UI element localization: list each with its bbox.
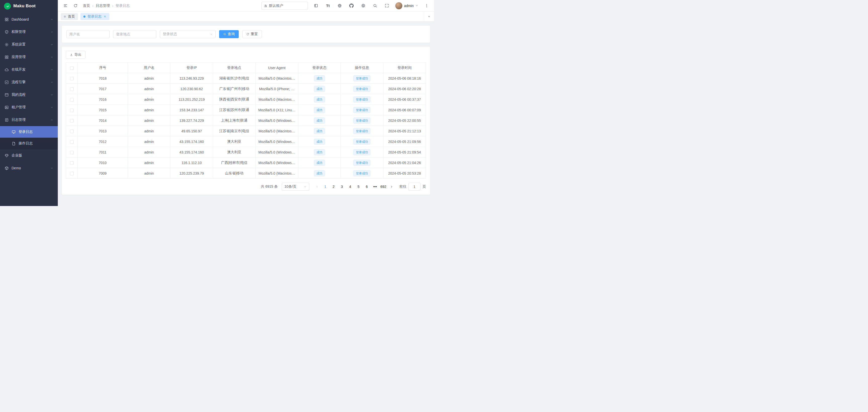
operation-info-button[interactable]: 登录成功 (353, 128, 370, 134)
sidebar-item-permissions[interactable]: 权限管理 (0, 26, 58, 38)
github-button[interactable] (348, 2, 355, 9)
export-button[interactable]: 导出 (66, 51, 86, 59)
cell-user-agent: Mozilla/5.0 (Macintos… (255, 126, 298, 136)
login-location-input[interactable] (113, 30, 156, 38)
column-header-time: 登录时间 (383, 63, 426, 73)
user-menu[interactable]: admin (395, 2, 418, 9)
operation-info-button[interactable]: 登录成功 (353, 107, 370, 113)
sidebar-item-operation-log[interactable]: 操作日志 (0, 138, 58, 149)
row-checkbox[interactable] (70, 98, 74, 101)
cell-id: 7010 (78, 158, 128, 168)
sidebar-item-dashboard[interactable]: Dashboard (0, 13, 58, 26)
sidebar-item-enterprise[interactable]: 企业版 (0, 149, 58, 162)
search-icon (223, 33, 226, 36)
more-pages-button[interactable]: ••• (371, 183, 379, 190)
sidebar-item-my-flows[interactable]: 我的流程 (0, 88, 58, 101)
operation-info-button[interactable]: 登录成功 (353, 160, 370, 166)
app-logo[interactable]: Maku Boot (0, 0, 58, 12)
tabs-actions-button[interactable] (424, 11, 434, 21)
table-row: 7017 admin 120.230.90.62 广东省|广州市|移动 Mozi… (66, 84, 426, 94)
gitee-button[interactable] (360, 2, 367, 9)
row-checkbox[interactable] (70, 161, 74, 165)
page-size-select[interactable]: 10条/页 (282, 183, 309, 191)
prev-page-button[interactable] (313, 183, 321, 190)
select-all-checkbox[interactable] (70, 66, 74, 70)
column-header-username: 用户名 (128, 63, 170, 73)
row-checkbox[interactable] (70, 151, 74, 154)
chevron-down-icon (51, 31, 53, 33)
breadcrumb-log-management[interactable]: 日志管理 (96, 3, 110, 8)
login-status-select[interactable]: 登录状态 (160, 30, 216, 38)
tab-label: 首页 (68, 14, 75, 19)
github-icon (349, 3, 353, 8)
goto-suffix: 页 (423, 184, 426, 189)
row-checkbox[interactable] (70, 108, 74, 112)
table-row: 7018 admin 113.246.93.229 湖南省|长沙市|电信 Moz… (66, 73, 426, 84)
sidebar: Maku Boot Dashboard 权限管理 系统设置 应用管理 (0, 0, 58, 206)
row-checkbox[interactable] (70, 140, 74, 144)
collapse-sidebar-button[interactable] (62, 2, 69, 9)
page-button-1[interactable]: 1 (322, 183, 329, 190)
close-tab-button[interactable] (103, 15, 106, 18)
font-size-button[interactable]: Tt (324, 2, 332, 9)
gitee-icon (361, 3, 365, 8)
cell-login-ip: 116.1.112.10 (170, 158, 213, 168)
operation-info-button[interactable]: 登录成功 (353, 118, 370, 124)
goto-page-input[interactable] (408, 183, 421, 191)
status-tag: 成功 (314, 86, 325, 92)
refresh-button[interactable] (72, 2, 79, 9)
chevron-down-icon (51, 167, 53, 169)
more-actions-button[interactable] (423, 2, 430, 9)
sidebar-item-label: Dashboard (11, 17, 48, 21)
leaf-logo-icon (4, 3, 11, 9)
operation-info-button[interactable]: 登录成功 (353, 149, 370, 155)
table-body: 7018 admin 113.246.93.229 湖南省|长沙市|电信 Moz… (66, 73, 426, 179)
page-button-last[interactable]: 692 (380, 183, 387, 190)
sidebar-item-system-settings[interactable]: 系统设置 (0, 38, 58, 51)
layout-settings-button[interactable] (313, 2, 320, 9)
page-button-5[interactable]: 5 (355, 183, 362, 190)
sidebar-item-label: 租户管理 (11, 105, 48, 109)
username-input[interactable] (66, 30, 110, 38)
sidebar-item-login-log[interactable]: 登录日志 (0, 126, 58, 138)
row-checkbox[interactable] (70, 172, 74, 176)
sidebar-item-label: 操作日志 (19, 141, 53, 146)
sidebar-item-online-dev[interactable]: 在线开发 (0, 63, 58, 76)
row-checkbox[interactable] (70, 119, 74, 123)
tab-home[interactable]: 首页 (61, 13, 78, 20)
tab-login-log[interactable]: 登录日志 (81, 13, 109, 20)
language-button[interactable] (336, 2, 343, 9)
operation-info-button[interactable]: 登录成功 (353, 75, 370, 82)
tab-label: 登录日志 (88, 14, 101, 19)
sidebar-item-log-management[interactable]: 日志管理 (0, 114, 58, 126)
sidebar-item-app-management[interactable]: 应用管理 (0, 51, 58, 63)
sidebar-item-tenant-management[interactable]: 租户管理 (0, 101, 58, 114)
cell-login-ip: 113.201.252.219 (170, 94, 213, 105)
sidebar-item-workflow-engine[interactable]: 流程引擎 (0, 76, 58, 88)
chevron-right-icon (390, 185, 393, 188)
tenant-select[interactable]: 默认租户 (261, 2, 308, 10)
page-button-4[interactable]: 4 (346, 183, 354, 190)
search-button[interactable]: 查询 (219, 30, 239, 38)
square-check-icon (4, 80, 9, 85)
operation-info-button[interactable]: 登录成功 (353, 170, 370, 177)
page-button-3[interactable]: 3 (338, 183, 345, 190)
breadcrumb-home[interactable]: 首页 (83, 3, 90, 8)
sidebar-item-demo[interactable]: Demo (0, 162, 58, 175)
cell-username: admin (128, 94, 170, 105)
operation-info-button[interactable]: 登录成功 (353, 139, 370, 145)
cube-icon (4, 166, 9, 170)
reset-button[interactable]: 重置 (242, 30, 262, 38)
search-button[interactable] (372, 2, 379, 9)
fullscreen-button[interactable] (383, 2, 391, 9)
next-page-button[interactable] (388, 183, 395, 190)
page-button-6[interactable]: 6 (363, 183, 370, 190)
page-button-2[interactable]: 2 (330, 183, 337, 190)
operation-info-button[interactable]: 登录成功 (353, 96, 370, 102)
sidebar-item-label: 企业版 (11, 153, 53, 158)
operation-info-button[interactable]: 登录成功 (353, 86, 370, 92)
row-checkbox[interactable] (70, 88, 74, 91)
fullscreen-icon (385, 3, 389, 8)
row-checkbox[interactable] (70, 130, 74, 133)
row-checkbox[interactable] (70, 77, 74, 81)
